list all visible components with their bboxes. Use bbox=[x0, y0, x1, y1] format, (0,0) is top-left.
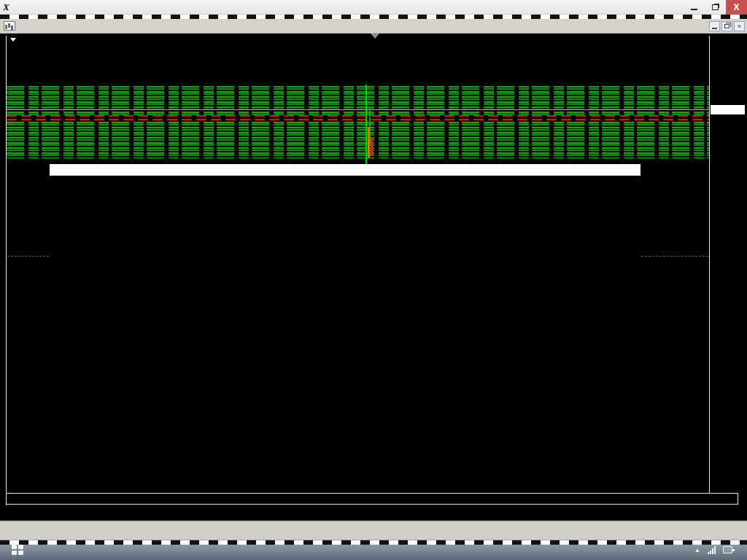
system-tray: ▲ bbox=[694, 546, 747, 554]
chart-restore-button[interactable] bbox=[721, 21, 732, 31]
metatrader-window: X X × bbox=[0, 0, 747, 560]
price-spike bbox=[368, 127, 370, 158]
price-spike bbox=[365, 85, 367, 166]
network-plug-icon[interactable] bbox=[723, 546, 732, 553]
chart-area[interactable] bbox=[0, 34, 747, 521]
exposure-panel[interactable] bbox=[6, 493, 738, 505]
chart-window-icon bbox=[4, 21, 15, 31]
metatrader-logo-icon: X bbox=[3, 2, 15, 12]
current-price-tag bbox=[711, 105, 745, 114]
minimize-button[interactable] bbox=[684, 0, 705, 15]
chart-symbol-header[interactable] bbox=[10, 38, 20, 42]
candlestick-chart bbox=[7, 328, 55, 474]
takeprofit-line bbox=[641, 256, 708, 257]
close-button[interactable]: X bbox=[726, 0, 747, 15]
window-titlebar: X X bbox=[0, 0, 747, 15]
order-lines-band bbox=[7, 86, 709, 158]
selection-marquee-top bbox=[0, 15, 747, 19]
chart-close-button[interactable]: × bbox=[734, 21, 745, 31]
chart-minimize-button[interactable] bbox=[709, 21, 720, 31]
selection-marquee-bottom bbox=[0, 540, 747, 545]
chart-shift-marker-icon[interactable] bbox=[371, 34, 379, 39]
time-axis bbox=[0, 506, 747, 521]
menu-bar: × bbox=[0, 19, 747, 34]
hidden-icons-arrow-icon[interactable]: ▲ bbox=[694, 547, 700, 553]
stoploss-lines bbox=[7, 115, 709, 122]
trades-table-header bbox=[50, 164, 640, 176]
trades-table bbox=[50, 164, 640, 176]
price-axis-separator bbox=[709, 36, 710, 493]
price-spike bbox=[371, 138, 373, 155]
chevron-down-icon bbox=[10, 38, 16, 42]
network-signal-icon[interactable] bbox=[708, 546, 716, 554]
restore-button[interactable] bbox=[705, 0, 726, 15]
current-price-line bbox=[7, 109, 709, 110]
takeprofit-line bbox=[7, 256, 49, 257]
chart-tab-bar bbox=[0, 521, 747, 540]
